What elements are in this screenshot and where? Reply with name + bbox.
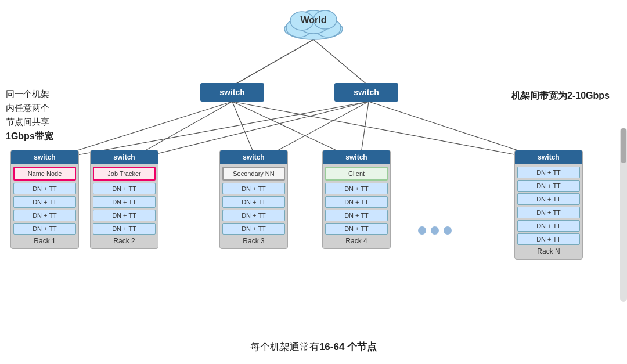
dot-3 bbox=[444, 226, 452, 235]
cloud-label: World bbox=[279, 15, 348, 26]
svg-line-0 bbox=[232, 39, 314, 86]
rack-n-node-3: DN + TT bbox=[517, 193, 580, 205]
dot-1 bbox=[418, 226, 426, 235]
rack-1-switch: switch bbox=[11, 150, 78, 164]
rack-3-label: Rack 3 bbox=[222, 237, 285, 245]
rack-1-node-2: DN + TT bbox=[13, 196, 76, 208]
rack-2-node-4: DN + TT bbox=[93, 223, 156, 235]
rack-4-label: Rack 4 bbox=[325, 237, 388, 245]
scrollbar[interactable] bbox=[620, 128, 627, 302]
rack-3-node-1: DN + TT bbox=[222, 183, 285, 194]
rack-n-node-2: DN + TT bbox=[517, 180, 580, 192]
rack-n-node-4: DN + TT bbox=[517, 207, 580, 218]
rack-4-node-3: DN + TT bbox=[325, 210, 388, 221]
annotation-left-line1: 同一个机架 bbox=[6, 87, 53, 101]
rack-2: switch Job Tracker DN + TT DN + TT DN + … bbox=[90, 150, 158, 249]
rack-n: switch DN + TT DN + TT DN + TT DN + TT D… bbox=[514, 150, 583, 260]
annotation-left-line2: 内任意两个 bbox=[6, 101, 53, 115]
svg-line-1 bbox=[314, 39, 369, 86]
rack-4-switch: switch bbox=[323, 150, 390, 164]
annotation-bottom-bold: 16-64 个节点 bbox=[319, 341, 377, 352]
rack-n-node-5: DN + TT bbox=[517, 220, 580, 232]
annotation-left-line3: 节点间共享 bbox=[6, 115, 53, 129]
rack-1-node-1: DN + TT bbox=[13, 183, 76, 194]
rack-2-switch: switch bbox=[91, 150, 158, 164]
ellipsis-dots bbox=[418, 226, 452, 235]
rack-2-label: Rack 2 bbox=[93, 237, 156, 245]
diagram-container: World switch switch switch Name Node DN … bbox=[0, 0, 627, 364]
rack-2-node-3: DN + TT bbox=[93, 210, 156, 221]
top-switch-1: switch bbox=[200, 83, 264, 102]
rack-4: switch Client DN + TT DN + TT DN + TT DN… bbox=[322, 150, 391, 249]
rack-2-node-1: DN + TT bbox=[93, 183, 156, 194]
scrollbar-thumb[interactable] bbox=[621, 128, 626, 163]
dot-2 bbox=[431, 226, 439, 235]
annotation-bottom-text: 每个机架通常有16-64 个节点 bbox=[250, 341, 377, 352]
rack-3-secondarynn: Secondary NN bbox=[222, 167, 285, 181]
rack-n-switch: switch bbox=[515, 150, 582, 164]
cloud: World bbox=[279, 5, 348, 43]
rack-n-node-1: DN + TT bbox=[517, 167, 580, 178]
annotation-left: 同一个机架 内任意两个 节点间共享 1Gbps带宽 bbox=[6, 87, 53, 144]
rack-2-jobtracker: Job Tracker bbox=[93, 167, 156, 181]
rack-3: switch Secondary NN DN + TT DN + TT DN +… bbox=[219, 150, 288, 249]
annotation-left-line4: 1Gbps带宽 bbox=[6, 129, 53, 144]
rack-4-node-4: DN + TT bbox=[325, 223, 388, 235]
rack-1-namenode: Name Node bbox=[13, 167, 76, 181]
rack-3-node-2: DN + TT bbox=[222, 196, 285, 208]
rack-4-node-1: DN + TT bbox=[325, 183, 388, 194]
rack-1-node-3: DN + TT bbox=[13, 210, 76, 221]
rack-3-node-3: DN + TT bbox=[222, 210, 285, 221]
rack-4-client: Client bbox=[325, 167, 388, 181]
rack-1-label: Rack 1 bbox=[13, 237, 76, 245]
annotation-bottom: 每个机架通常有16-64 个节点 bbox=[0, 340, 627, 354]
rack-n-node-6: DN + TT bbox=[517, 233, 580, 245]
annotation-right: 机架间带宽为2-10Gbps bbox=[511, 90, 610, 102]
top-switch-2: switch bbox=[334, 83, 398, 102]
rack-n-label: Rack N bbox=[517, 247, 580, 255]
rack-4-node-2: DN + TT bbox=[325, 196, 388, 208]
rack-1-node-4: DN + TT bbox=[13, 223, 76, 235]
rack-3-switch: switch bbox=[220, 150, 287, 164]
rack-1: switch Name Node DN + TT DN + TT DN + TT… bbox=[10, 150, 79, 249]
rack-2-node-2: DN + TT bbox=[93, 196, 156, 208]
rack-3-node-4: DN + TT bbox=[222, 223, 285, 235]
